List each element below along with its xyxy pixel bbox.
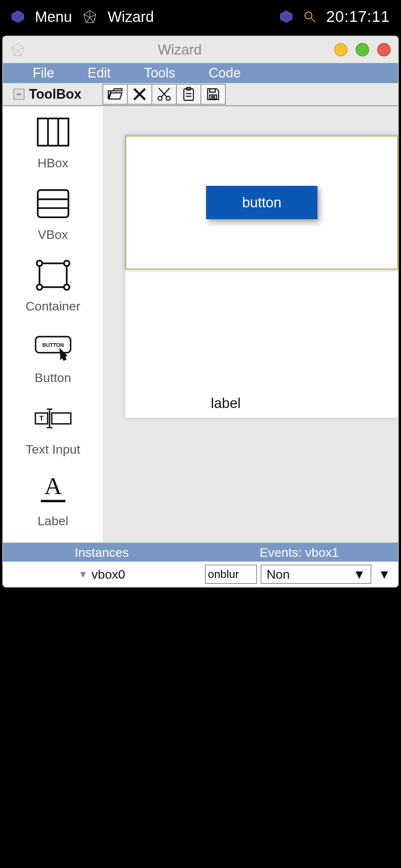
cube-icon[interactable] — [11, 10, 25, 23]
folder-open-icon — [107, 86, 123, 102]
instances-row[interactable]: ▼ vbox0 — [3, 562, 200, 587]
scissors-icon — [156, 86, 172, 102]
chevron-down-icon[interactable]: ▼ — [375, 567, 394, 582]
paste-button[interactable] — [176, 84, 201, 105]
svg-point-34 — [37, 261, 42, 266]
toolbox-label: VBox — [38, 227, 68, 242]
toolbox-label: Label — [38, 514, 68, 528]
titlebar[interactable]: Wizard — [3, 36, 398, 63]
events-row: Non ▼ ▼ — [200, 562, 398, 587]
toolbox-item-hbox[interactable]: HBox — [3, 114, 103, 170]
clipboard-icon — [180, 86, 197, 102]
toolbox-header[interactable]: − ToolBox — [3, 86, 103, 102]
hbox-icon — [33, 114, 74, 151]
svg-point-37 — [64, 285, 69, 290]
menu-code[interactable]: Code — [209, 65, 241, 81]
design-button-widget[interactable]: button — [206, 186, 317, 219]
design-canvas-area[interactable]: button label — [103, 106, 398, 542]
maximize-button[interactable] — [356, 43, 369, 56]
os-menu-bar: Menu Wizard 20:17:11 — [0, 0, 401, 33]
toolbox-title: ToolBox — [29, 86, 81, 102]
vbox-icon — [33, 185, 74, 222]
menu-file[interactable]: File — [33, 65, 54, 81]
svg-point-35 — [64, 261, 69, 266]
design-label-widget[interactable]: label — [211, 395, 241, 411]
button-icon: BUTTON — [33, 328, 74, 365]
events-header: Events: vbox1 — [200, 543, 398, 562]
svg-marker-10 — [12, 43, 24, 56]
os-app-label[interactable]: Wizard — [108, 9, 154, 25]
app-window: Wizard File Edit Tools Code − ToolBox — [2, 36, 399, 588]
svg-text:A: A — [44, 472, 62, 499]
svg-line-11 — [14, 50, 18, 56]
minimize-button[interactable] — [334, 43, 348, 56]
selected-vbox[interactable]: button — [125, 136, 398, 269]
label-icon: A — [33, 471, 74, 509]
menu-tools[interactable]: Tools — [144, 65, 175, 81]
instance-name[interactable]: vbox0 — [92, 567, 125, 582]
svg-text:T: T — [39, 414, 43, 422]
toolbox-label: Button — [35, 371, 71, 385]
cut-button[interactable] — [151, 84, 177, 105]
app-icon — [10, 42, 25, 57]
event-handler-value: Non — [267, 567, 290, 582]
open-button[interactable] — [102, 84, 128, 105]
collapse-icon[interactable]: − — [13, 89, 25, 100]
close-x-icon — [131, 86, 148, 102]
container-icon — [33, 257, 74, 294]
search-icon[interactable] — [303, 10, 316, 23]
svg-rect-30 — [38, 190, 68, 217]
svg-line-3 — [86, 17, 90, 23]
toolbox-item-button[interactable]: BUTTON Button — [3, 328, 103, 385]
events-panel: Events: vbox1 Non ▼ ▼ — [200, 543, 398, 587]
svg-line-4 — [90, 17, 94, 23]
instances-header: Instances — [3, 543, 200, 562]
menu-edit[interactable]: Edit — [88, 65, 111, 81]
toolbox-label: Container — [26, 299, 80, 313]
wireframe-icon[interactable] — [82, 9, 97, 24]
instances-panel: Instances ▼ vbox0 — [3, 543, 200, 587]
os-menu-label[interactable]: Menu — [35, 9, 72, 25]
svg-point-8 — [305, 12, 312, 19]
window-title: Wizard — [25, 42, 334, 58]
save-button[interactable] — [200, 84, 226, 105]
toolbox-label: Text Input — [26, 442, 80, 457]
empty-area — [0, 590, 401, 868]
text-input-icon: T — [33, 400, 74, 437]
svg-rect-41 — [52, 413, 71, 424]
toolbox-panel: HBox VBox Container — [3, 106, 103, 542]
svg-rect-27 — [38, 118, 68, 145]
design-root-container[interactable]: button label — [125, 136, 398, 418]
svg-rect-24 — [210, 95, 216, 99]
svg-line-9 — [311, 18, 315, 22]
toolbox-item-label[interactable]: A Label — [3, 471, 103, 528]
save-icon — [205, 86, 221, 102]
expand-icon[interactable]: ▼ — [78, 569, 88, 580]
close-button[interactable] — [377, 43, 391, 56]
menubar: File Edit Tools Code — [3, 63, 398, 83]
svg-text:BUTTON: BUTTON — [42, 342, 64, 348]
svg-line-12 — [18, 50, 22, 56]
toolbox-item-textinput[interactable]: T Text Input — [3, 400, 103, 457]
toolbox-item-vbox[interactable]: VBox — [3, 185, 103, 242]
delete-button[interactable] — [127, 84, 152, 105]
svg-point-36 — [37, 285, 42, 290]
svg-rect-33 — [39, 263, 66, 287]
event-name-input[interactable] — [205, 565, 257, 584]
svg-rect-23 — [210, 89, 215, 92]
bottom-panels: Instances ▼ vbox0 Events: vbox1 Non ▼ ▼ — [3, 542, 398, 587]
toolbox-item-container[interactable]: Container — [3, 257, 103, 313]
clock: 20:17:11 — [326, 8, 390, 26]
chevron-down-icon: ▼ — [353, 567, 366, 582]
toolbox-label: HBox — [38, 156, 68, 170]
cube-tray-icon[interactable] — [280, 10, 293, 23]
event-handler-select[interactable]: Non ▼ — [261, 565, 371, 584]
